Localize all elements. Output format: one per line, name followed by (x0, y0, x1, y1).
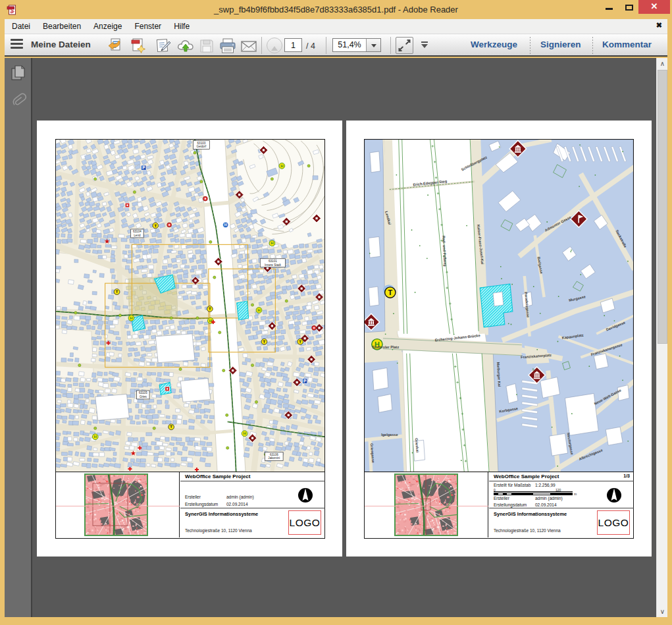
tools-panel-button[interactable]: Werkzeuge (471, 40, 517, 49)
comment-panel-button[interactable]: Kommentar (602, 40, 652, 49)
svg-text:H: H (280, 164, 283, 168)
svg-text:H: H (243, 431, 246, 435)
map-building (238, 254, 243, 259)
map-building (56, 233, 59, 238)
share-file-button[interactable] (105, 37, 124, 54)
map-building (76, 442, 80, 445)
fit-window-button[interactable] (396, 37, 413, 54)
map-marker-gdot (516, 394, 517, 395)
map-building (104, 335, 108, 339)
overview-texture (105, 496, 107, 497)
logo-box: LOGO (288, 510, 321, 535)
map-building (314, 394, 319, 398)
map-building (116, 358, 121, 362)
map-building (244, 250, 250, 254)
map-building (286, 346, 291, 350)
map-building (137, 377, 142, 381)
map-building (154, 453, 159, 456)
menubar-close-icon[interactable]: ✖ (656, 21, 662, 30)
overview-texture (124, 501, 125, 501)
close-button[interactable]: ✕ (638, 0, 670, 14)
overview-texture (118, 485, 120, 486)
map-building (157, 400, 162, 404)
overview-texture (411, 476, 411, 476)
zoom-dropdown-button[interactable] (366, 39, 380, 51)
print-button[interactable] (218, 37, 238, 54)
hamburger-menu-icon[interactable] (11, 39, 23, 50)
map-building (292, 285, 297, 289)
map-building (94, 238, 98, 242)
page-number-input[interactable]: 1 (284, 38, 302, 52)
email-button[interactable] (239, 37, 259, 54)
map-building (240, 234, 245, 238)
overview-texture (405, 528, 406, 530)
map-building (131, 383, 136, 387)
overview-texture (396, 483, 397, 484)
overview-texture (414, 530, 415, 531)
scale-bar-segment (503, 493, 507, 495)
map-building (180, 254, 186, 259)
overview-texture (428, 485, 430, 486)
map-building (293, 414, 297, 419)
menu-anzeige[interactable]: Anzeige (88, 19, 127, 34)
overview-texture (88, 483, 90, 484)
navigation-pane (5, 58, 32, 617)
overview-texture (455, 526, 457, 528)
sign-document-button[interactable] (153, 37, 173, 54)
save-button[interactable] (197, 37, 217, 54)
map-building (313, 415, 318, 419)
toolbar-more-dropdown[interactable] (421, 41, 429, 49)
overview-texture (445, 491, 446, 491)
my-files-button[interactable]: Meine Dateien (31, 40, 91, 49)
menu-datei[interactable]: Datei (7, 19, 36, 34)
overview-texture (448, 476, 449, 477)
map-building (130, 446, 134, 450)
map-marker-gdot (614, 320, 615, 321)
map-building (86, 320, 90, 324)
sign-panel-button[interactable]: Signieren (540, 40, 581, 49)
map-building (182, 279, 188, 283)
overview-texture (404, 527, 406, 528)
save-icon (198, 38, 215, 55)
overview-texture (145, 481, 146, 483)
page-thumbnails-icon[interactable] (11, 65, 26, 82)
map-marker-gdot (622, 151, 623, 152)
map-building (194, 331, 199, 334)
zoom-level-input[interactable]: 51,4% (333, 39, 366, 51)
previous-view-button[interactable] (267, 38, 282, 53)
map-building (130, 458, 134, 462)
overview-texture (398, 483, 400, 484)
map-building (176, 442, 180, 445)
map-building (165, 400, 168, 404)
map-marker-gdot (499, 146, 500, 148)
map-building (193, 239, 197, 244)
map-building (145, 348, 151, 352)
cloud-upload-button[interactable] (176, 37, 195, 54)
map-building (109, 352, 114, 356)
map-building (199, 255, 204, 259)
menu-bearbeiten[interactable]: Bearbeiten (38, 19, 86, 34)
create-pdf-button[interactable] (128, 37, 148, 54)
overview-texture (408, 511, 409, 512)
minimize-button[interactable] (600, 0, 619, 14)
scroll-up-arrow[interactable]: ∧ (657, 58, 668, 69)
menu-hilfe[interactable]: Hilfe (168, 19, 195, 34)
overview-texture (421, 526, 423, 527)
attachments-icon[interactable] (11, 92, 26, 109)
scroll-down-arrow[interactable]: ∨ (657, 606, 668, 617)
maximize-button[interactable] (619, 0, 638, 14)
overview-texture (105, 480, 106, 481)
map-building (63, 394, 66, 396)
map-marker-gdot (369, 253, 371, 254)
district-label: 63101 (269, 259, 277, 263)
map-building (69, 415, 75, 420)
map-building (105, 316, 109, 320)
map-building (163, 443, 168, 447)
map-building (195, 250, 201, 254)
menu-fenster[interactable]: Fenster (129, 19, 167, 34)
overview-texture (419, 530, 421, 531)
map-building (270, 441, 275, 446)
title-bar: _swp_fb4b9f6fbbd34f5d8e7d83333a6385d1.pd… (0, 0, 672, 19)
scrollbar-thumb[interactable] (658, 70, 667, 344)
map-building (195, 270, 201, 274)
